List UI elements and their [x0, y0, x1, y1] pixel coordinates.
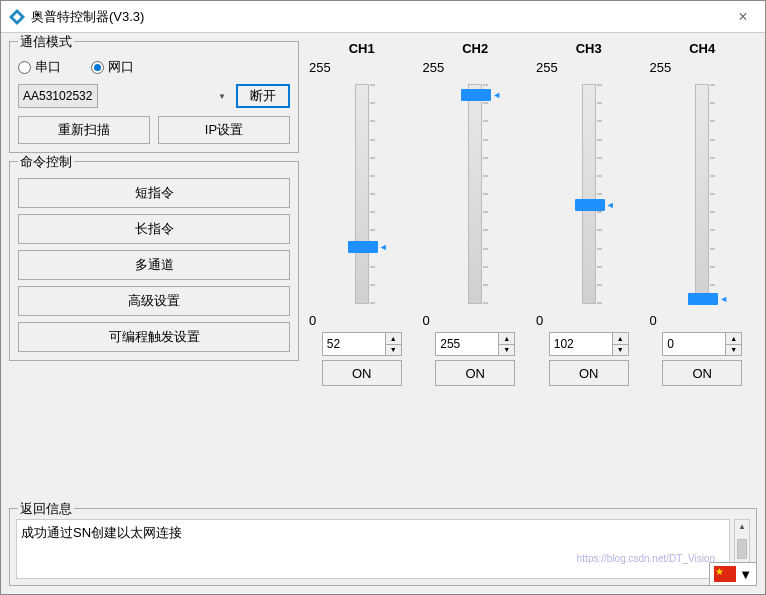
- spin-up-ch1[interactable]: ▲: [386, 333, 401, 344]
- spin-down-ch4[interactable]: ▼: [726, 344, 741, 356]
- network-radio[interactable]: 网口: [91, 58, 134, 76]
- ch-value-bottom-ch1: 0: [309, 313, 316, 328]
- channel-col-ch1: CH1255◄0▲▼ON: [307, 41, 417, 496]
- spin-down-ch1[interactable]: ▼: [386, 344, 401, 356]
- scan-ip-row: 重新扫描 IP设置: [18, 116, 290, 144]
- on-button-ch2[interactable]: ON: [435, 360, 515, 386]
- slider-wrapper-ch4: ◄: [679, 79, 725, 309]
- serial-radio-circle: [18, 61, 31, 74]
- spin-up-ch2[interactable]: ▲: [499, 333, 514, 344]
- scroll-thumb: [737, 539, 747, 559]
- main-content: 通信模式 串口 网口 AA53102532: [1, 33, 765, 504]
- china-flag-icon: ★: [714, 566, 736, 582]
- commands-group: 命令控制 短指令 长指令 多通道 高级设置 可编程触发设置: [9, 161, 299, 361]
- ch-value-bottom-ch2: 0: [423, 313, 430, 328]
- commands-group-label: 命令控制: [18, 153, 74, 171]
- prog-trigger-button[interactable]: 可编程触发设置: [18, 322, 290, 352]
- comm-mode-row: 串口 网口: [18, 58, 290, 76]
- flag-dropdown-arrow: ▼: [739, 567, 752, 582]
- multi-ch-button[interactable]: 多通道: [18, 250, 290, 280]
- ch-value-top-ch4: 255: [650, 60, 672, 75]
- spin-input-ch2[interactable]: [436, 333, 498, 355]
- spin-up-ch4[interactable]: ▲: [726, 333, 741, 344]
- main-window: 奥普特控制器(V3.3) × 通信模式 串口 网口: [0, 0, 766, 595]
- comm-group: 通信模式 串口 网口 AA53102532: [9, 41, 299, 153]
- conn-row: AA53102532 断开: [18, 84, 290, 108]
- comm-group-label: 通信模式: [18, 33, 74, 51]
- spin-wrapper-ch4: ▲▼: [662, 332, 742, 356]
- device-selector-wrapper: AA53102532: [18, 84, 230, 108]
- on-button-ch3[interactable]: ON: [549, 360, 629, 386]
- ch-value-bottom-ch4: 0: [650, 313, 657, 328]
- serial-radio[interactable]: 串口: [18, 58, 61, 76]
- rescan-button[interactable]: 重新扫描: [18, 116, 150, 144]
- ch-label-ch1: CH1: [349, 41, 375, 56]
- ch-label-ch3: CH3: [576, 41, 602, 56]
- scroll-up-arrow[interactable]: ▲: [738, 522, 746, 531]
- on-button-ch4[interactable]: ON: [662, 360, 742, 386]
- network-radio-circle: [91, 61, 104, 74]
- spin-input-ch1[interactable]: [323, 333, 385, 355]
- slider-thumb-ch3[interactable]: ◄: [575, 199, 605, 211]
- advanced-button[interactable]: 高级设置: [18, 286, 290, 316]
- spin-down-ch3[interactable]: ▼: [613, 344, 628, 356]
- spin-input-ch4[interactable]: [663, 333, 725, 355]
- return-group: 返回信息 成功通过SN创建以太网连接 ▲ ▼: [9, 508, 757, 586]
- ch-value-bottom-ch3: 0: [536, 313, 543, 328]
- spin-up-ch3[interactable]: ▲: [613, 333, 628, 344]
- ch-value-top-ch3: 255: [536, 60, 558, 75]
- slider-wrapper-ch1: ◄: [339, 79, 385, 309]
- app-icon: [9, 9, 25, 25]
- ch-value-top-ch2: 255: [423, 60, 445, 75]
- close-button[interactable]: ×: [729, 3, 757, 31]
- title-bar: 奥普特控制器(V3.3) ×: [1, 1, 765, 33]
- long-cmd-button[interactable]: 长指令: [18, 214, 290, 244]
- spin-wrapper-ch1: ▲▼: [322, 332, 402, 356]
- slider-thumb-ch2[interactable]: ◄: [461, 89, 491, 101]
- short-cmd-button[interactable]: 短指令: [18, 178, 290, 208]
- return-content: 成功通过SN创建以太网连接 ▲ ▼: [16, 519, 750, 579]
- language-selector[interactable]: ★ ▼: [709, 562, 757, 586]
- window-title: 奥普特控制器(V3.3): [31, 8, 729, 26]
- ch-label-ch2: CH2: [462, 41, 488, 56]
- slider-thumb-ch1[interactable]: ◄: [348, 241, 378, 253]
- channels-panel: CH1255◄0▲▼ONCH2255◄0▲▼ONCH3255◄0▲▼ONCH42…: [307, 41, 757, 496]
- on-button-ch1[interactable]: ON: [322, 360, 402, 386]
- return-group-label: 返回信息: [18, 500, 74, 518]
- channel-col-ch4: CH4255◄0▲▼ON: [648, 41, 758, 496]
- channel-col-ch3: CH3255◄0▲▼ON: [534, 41, 644, 496]
- spin-down-ch2[interactable]: ▼: [499, 344, 514, 356]
- slider-thumb-ch4[interactable]: ◄: [688, 293, 718, 305]
- bottom-section: 返回信息 成功通过SN创建以太网连接 ▲ ▼: [1, 504, 765, 594]
- network-label: 网口: [108, 58, 134, 76]
- ch-label-ch4: CH4: [689, 41, 715, 56]
- slider-wrapper-ch2: ◄: [452, 79, 498, 309]
- spin-wrapper-ch3: ▲▼: [549, 332, 629, 356]
- left-panel: 通信模式 串口 网口 AA53102532: [9, 41, 299, 496]
- ch-value-top-ch1: 255: [309, 60, 331, 75]
- disconnect-button[interactable]: 断开: [236, 84, 290, 108]
- ip-settings-button[interactable]: IP设置: [158, 116, 290, 144]
- device-selector[interactable]: AA53102532: [18, 84, 98, 108]
- slider-wrapper-ch3: ◄: [566, 79, 612, 309]
- spin-input-ch3[interactable]: [550, 333, 612, 355]
- return-text: 成功通过SN创建以太网连接: [16, 519, 730, 579]
- spin-wrapper-ch2: ▲▼: [435, 332, 515, 356]
- channel-col-ch2: CH2255◄0▲▼ON: [421, 41, 531, 496]
- serial-label: 串口: [35, 58, 61, 76]
